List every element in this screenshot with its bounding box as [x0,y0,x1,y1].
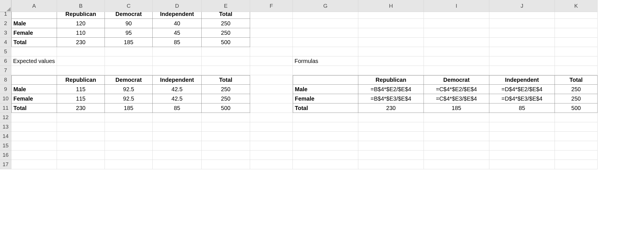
cell-H3[interactable] [358,28,424,38]
col-header-J[interactable]: J [489,0,555,12]
cell-J4[interactable] [489,38,555,47]
cell-H9[interactable]: =B$4*$E2/$E$4 [358,85,424,94]
col-header-E[interactable]: E [202,0,250,12]
cell-F6[interactable] [250,56,293,66]
cell-H6[interactable] [358,56,424,66]
cell-H17[interactable] [358,160,424,169]
cell-J15[interactable] [489,141,555,150]
cell-K8[interactable]: Total [555,75,598,85]
cell-C8[interactable]: Democrat [105,75,153,85]
row-header-12[interactable]: 12 [0,113,11,122]
cell-D8[interactable]: Independent [153,75,202,85]
col-header-B[interactable]: B [57,0,105,12]
col-header-C[interactable]: C [105,0,153,12]
cell-J5[interactable] [489,47,555,56]
cell-K4[interactable] [555,38,598,47]
cell-D17[interactable] [153,160,202,169]
cell-C13[interactable] [105,122,153,132]
cell-F7[interactable] [250,66,293,75]
cell-F9[interactable] [250,85,293,94]
cell-B12[interactable] [57,113,105,122]
cell-B5[interactable] [57,47,105,56]
cell-G10[interactable]: Female [293,94,358,103]
cell-G4[interactable] [293,38,358,47]
cell-K10[interactable]: 250 [555,94,598,103]
cell-H13[interactable] [358,122,424,132]
col-header-D[interactable]: D [153,0,202,12]
cell-D4[interactable]: 85 [153,38,202,47]
col-header-G[interactable]: G [293,0,358,12]
row-header-15[interactable]: 15 [0,141,11,150]
cell-G2[interactable] [293,19,358,28]
cell-J10[interactable]: =D$4*$E3/$E$4 [489,94,555,103]
cell-G7[interactable] [293,66,358,75]
cell-E13[interactable] [202,122,250,132]
cell-F15[interactable] [250,141,293,150]
cell-A5[interactable] [11,47,57,56]
cell-C12[interactable] [105,113,153,122]
cell-F10[interactable] [250,94,293,103]
cell-F2[interactable] [250,19,293,28]
cell-K9[interactable]: 250 [555,85,598,94]
cell-C4[interactable]: 185 [105,38,153,47]
cell-G9[interactable]: Male [293,85,358,94]
cell-B15[interactable] [57,141,105,150]
cell-B6[interactable] [57,56,105,66]
cell-H2[interactable] [358,19,424,28]
cell-K5[interactable] [555,47,598,56]
cell-K13[interactable] [555,122,598,132]
cell-K2[interactable] [555,19,598,28]
cell-K12[interactable] [555,113,598,122]
cell-B11[interactable]: 230 [57,103,105,113]
cell-J2[interactable] [489,19,555,28]
row-header-5[interactable]: 5 [0,47,11,56]
cell-J11[interactable]: 85 [489,103,555,113]
cell-A17[interactable] [11,160,57,169]
col-header-I[interactable]: I [424,0,489,12]
cell-D6[interactable] [153,56,202,66]
row-header-14[interactable]: 14 [0,132,11,141]
cell-F16[interactable] [250,150,293,160]
cell-H7[interactable] [358,66,424,75]
row-header-16[interactable]: 16 [0,150,11,160]
cell-E9[interactable]: 250 [202,85,250,94]
row-header-8[interactable]: 8 [0,75,11,85]
cell-C6[interactable] [105,56,153,66]
cell-A3[interactable]: Female [11,28,57,38]
col-header-F[interactable]: F [250,0,293,12]
col-header-K[interactable]: K [555,0,598,12]
cell-A13[interactable] [11,122,57,132]
cell-C11[interactable]: 185 [105,103,153,113]
cell-F8[interactable] [250,75,293,85]
cell-E14[interactable] [202,132,250,141]
cell-D9[interactable]: 42.5 [153,85,202,94]
cell-C3[interactable]: 95 [105,28,153,38]
row-header-2[interactable]: 2 [0,19,11,28]
cell-K16[interactable] [555,150,598,160]
cell-E3[interactable]: 250 [202,28,250,38]
cell-H5[interactable] [358,47,424,56]
cell-C15[interactable] [105,141,153,150]
cell-J16[interactable] [489,150,555,160]
row-header-9[interactable]: 9 [0,85,11,94]
cell-A15[interactable] [11,141,57,150]
cell-D7[interactable] [153,66,202,75]
row-header-3[interactable]: 3 [0,28,11,38]
cell-J3[interactable] [489,28,555,38]
cell-D3[interactable]: 45 [153,28,202,38]
cell-J9[interactable]: =D$4*$E2/$E$4 [489,85,555,94]
cell-A16[interactable] [11,150,57,160]
cell-E16[interactable] [202,150,250,160]
cell-F17[interactable] [250,160,293,169]
cell-I5[interactable] [424,47,489,56]
cell-E4[interactable]: 500 [202,38,250,47]
cell-I8[interactable]: Democrat [424,75,489,85]
cell-G13[interactable] [293,122,358,132]
cell-E8[interactable]: Total [202,75,250,85]
cell-A2[interactable]: Male [11,19,57,28]
cell-J12[interactable] [489,113,555,122]
cell-J13[interactable] [489,122,555,132]
cell-E7[interactable] [202,66,250,75]
cell-G12[interactable] [293,113,358,122]
cell-B10[interactable]: 115 [57,94,105,103]
